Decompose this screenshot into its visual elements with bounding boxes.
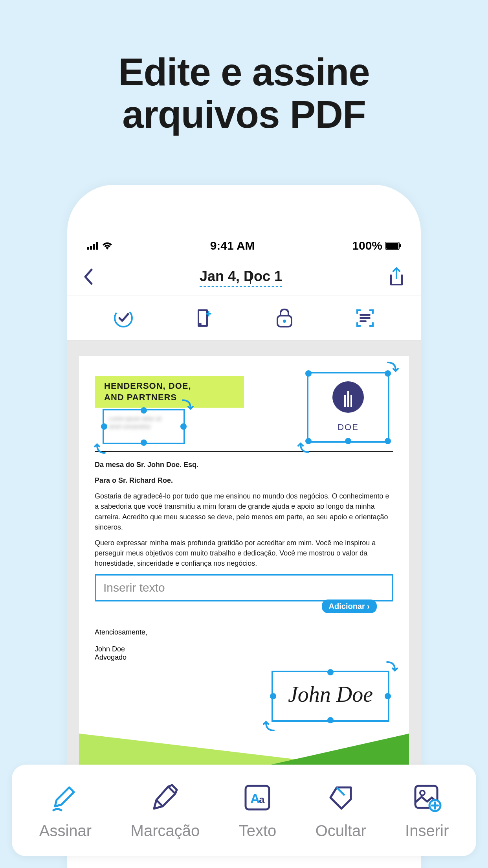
rotate-arrow-icon[interactable] xyxy=(385,660,399,674)
redacted-text: Lorem ipsum dolor sitamet consectetur xyxy=(109,415,179,430)
svg-rect-0 xyxy=(87,247,89,250)
sign-label: Assinar xyxy=(39,822,92,840)
signal-icon xyxy=(87,239,99,252)
logo-icon xyxy=(332,381,364,413)
signature-selection-box[interactable]: John Doe xyxy=(272,671,389,722)
select-tool-icon[interactable] xyxy=(112,307,134,329)
closing-block: Atenciosamente, John Doe Advogado xyxy=(95,628,393,662)
signer-title: Advogado xyxy=(95,653,393,662)
resize-handle[interactable] xyxy=(141,440,147,446)
resize-handle[interactable] xyxy=(385,693,391,699)
text-insert-field[interactable]: Inserir texto Adicionar › xyxy=(95,574,393,601)
resize-handle[interactable] xyxy=(101,423,107,430)
svg-rect-2 xyxy=(93,244,95,250)
wifi-icon xyxy=(102,239,113,252)
rotate-arrow-icon[interactable] xyxy=(297,440,311,454)
logo-label: DOE xyxy=(308,422,388,432)
text-label: Texto xyxy=(239,822,277,840)
bottom-toolbar: Assinar Marcação Aa Texto Ocultar Inseri… xyxy=(12,765,476,856)
headline-line1: Edite e assine xyxy=(0,51,488,94)
rotate-arrow-icon[interactable] xyxy=(180,398,194,412)
to-line: Para o Sr. Richard Roe. xyxy=(95,475,393,485)
closing-label: Atenciosamente, xyxy=(95,628,393,636)
letter-body: Da mesa do Sr. John Doe. Esq. Para o Sr.… xyxy=(95,460,393,568)
redaction-selection-box[interactable]: Lorem ipsum dolor sitamet consectetur xyxy=(103,409,185,444)
battery-icon xyxy=(385,239,401,252)
svg-point-14 xyxy=(420,791,425,795)
hide-label: Ocultar xyxy=(316,822,366,840)
sign-tool[interactable]: Assinar xyxy=(39,782,92,840)
svg-rect-6 xyxy=(400,244,401,247)
insert-label: Inserir xyxy=(405,822,449,840)
rotate-arrow-icon[interactable] xyxy=(385,360,400,374)
pdf-document: HENDERSON, DOE, AND PARTNERS DOE Lorem i… xyxy=(79,356,409,769)
add-page-tool-icon[interactable] xyxy=(193,307,215,329)
nav-bar: Jan 4, Doc 1 xyxy=(67,256,421,296)
share-button[interactable] xyxy=(388,267,405,288)
logo-selection-box[interactable]: DOE xyxy=(307,372,389,443)
insert-tool[interactable]: Inserir xyxy=(405,782,449,840)
headline-line2: arquivos PDF xyxy=(0,94,488,136)
divider-line xyxy=(95,451,393,452)
tool-row xyxy=(67,296,421,340)
paragraph: Quero expressar minha mais profunda grat… xyxy=(95,538,393,568)
signature-text: John Doe xyxy=(273,672,388,707)
svg-rect-5 xyxy=(386,243,398,249)
battery-percent: 100% xyxy=(352,239,382,252)
scan-tool-icon[interactable] xyxy=(354,307,376,329)
markup-label: Marcação xyxy=(131,822,200,840)
insert-image-icon xyxy=(411,782,443,813)
text-placeholder: Inserir texto xyxy=(103,581,165,594)
svg-rect-1 xyxy=(90,246,92,250)
text-icon: Aa xyxy=(242,782,273,813)
sign-icon xyxy=(50,782,81,813)
resize-handle[interactable] xyxy=(385,438,391,444)
back-button[interactable] xyxy=(83,268,94,287)
resize-handle[interactable] xyxy=(141,407,147,414)
lock-tool-icon[interactable] xyxy=(273,307,295,329)
signer-name: John Doe xyxy=(95,645,393,653)
resize-handle[interactable] xyxy=(327,669,334,675)
eraser-icon xyxy=(325,782,356,813)
document-footer-graphic xyxy=(79,734,409,769)
status-bar: 9:41 AM 100% xyxy=(67,228,421,256)
svg-point-9 xyxy=(283,320,286,323)
paragraph: Gostaria de agradecê-lo por tudo que me … xyxy=(95,491,393,532)
from-line: Da mesa do Sr. John Doe. Esq. xyxy=(95,460,393,470)
status-time: 9:41 AM xyxy=(210,239,255,252)
resize-handle[interactable] xyxy=(327,717,334,723)
document-canvas[interactable]: HENDERSON, DOE, AND PARTNERS DOE Lorem i… xyxy=(67,340,421,785)
rotate-arrow-icon[interactable] xyxy=(93,441,107,455)
text-tool[interactable]: Aa Texto xyxy=(239,782,277,840)
hide-tool[interactable]: Ocultar xyxy=(316,782,366,840)
svg-text:A: A xyxy=(250,791,260,806)
add-text-button[interactable]: Adicionar › xyxy=(322,600,377,613)
marketing-headline: Edite e assine arquivos PDF xyxy=(0,0,488,136)
resize-handle[interactable] xyxy=(180,423,187,430)
resize-handle[interactable] xyxy=(345,438,351,444)
markup-icon xyxy=(149,782,181,813)
markup-tool[interactable]: Marcação xyxy=(131,782,200,840)
svg-rect-3 xyxy=(96,242,98,250)
svg-text:a: a xyxy=(259,794,265,805)
rotate-arrow-icon[interactable] xyxy=(262,719,276,733)
document-title[interactable]: Jan 4, Doc 1 xyxy=(200,268,282,287)
resize-handle[interactable] xyxy=(305,370,312,377)
org-name-highlight: HENDERSON, DOE, AND PARTNERS xyxy=(95,376,244,408)
resize-handle[interactable] xyxy=(270,693,276,699)
